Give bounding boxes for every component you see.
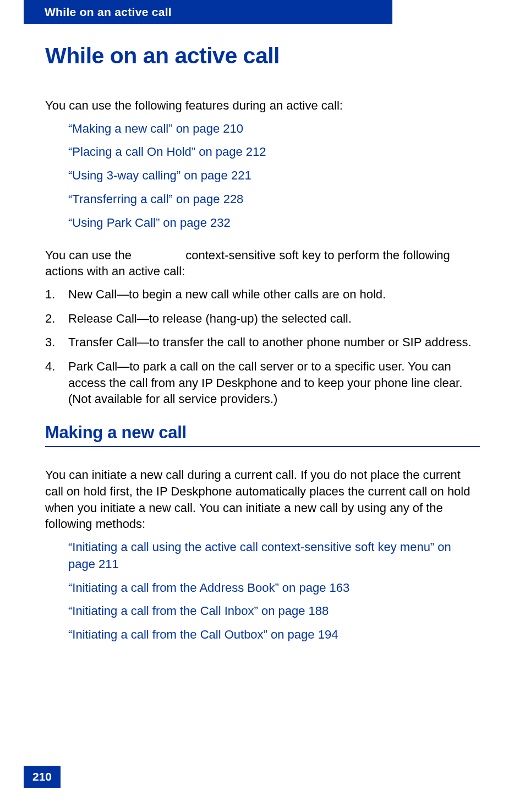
page-header: While on an active call <box>24 0 392 24</box>
running-header-text: While on an active call <box>45 6 172 18</box>
action-item-new-call: New Call—to begin a new call while other… <box>45 286 480 303</box>
method-links-list: “Initiating a call using the active call… <box>45 539 480 644</box>
list-item: “Using 3-way calling” on page 221 <box>68 167 480 184</box>
action-item-release-call: Release Call—to release (hang-up) the se… <box>45 310 480 327</box>
actions-list: New Call—to begin a new call while other… <box>45 286 480 407</box>
section-body: You can initiate a new call during a cur… <box>45 467 480 532</box>
softkey-paragraph: You can use the context-sensitive soft k… <box>45 247 480 280</box>
softkey-text-part1: You can use the <box>45 248 135 262</box>
list-item: “Making a new call” on page 210 <box>68 121 480 138</box>
list-item: “Initiating a call from the Call Outbox”… <box>68 626 480 644</box>
chapter-title: While on an active call <box>45 43 480 69</box>
link-3way-calling[interactable]: “Using 3-way calling” on page 221 <box>68 168 251 182</box>
list-item: “Initiating a call using the active call… <box>68 539 480 573</box>
section-title: Making a new call <box>45 423 480 447</box>
intro-paragraph: You can use the following features durin… <box>45 97 480 114</box>
link-transferring-call[interactable]: “Transferring a call” on page 228 <box>68 192 243 206</box>
link-placing-on-hold[interactable]: “Placing a call On Hold” on page 212 <box>68 145 266 159</box>
list-item: “Using Park Call” on page 232 <box>68 215 480 232</box>
action-item-park-call: Park Call—to park a call on the call ser… <box>45 358 480 407</box>
page-number: 210 <box>24 766 61 788</box>
link-initiate-call-outbox[interactable]: “Initiating a call from the Call Outbox”… <box>68 628 338 641</box>
link-initiate-softkey-menu[interactable]: “Initiating a call using the active call… <box>68 540 451 571</box>
feature-links-list: “Making a new call” on page 210 “Placing… <box>45 121 480 232</box>
link-initiate-address-book[interactable]: “Initiating a call from the Address Book… <box>68 581 349 595</box>
document-page: While on an active call While on an acti… <box>0 0 525 812</box>
action-item-transfer-call: Transfer Call—to transfer the call to an… <box>45 334 480 351</box>
list-item: “Transferring a call” on page 228 <box>68 191 480 208</box>
page-content: While on an active call You can use the … <box>0 24 525 644</box>
list-item: “Initiating a call from the Address Book… <box>68 580 480 597</box>
link-making-new-call[interactable]: “Making a new call” on page 210 <box>68 122 243 135</box>
link-initiate-call-inbox[interactable]: “Initiating a call from the Call Inbox” … <box>68 604 329 618</box>
list-item: “Initiating a call from the Call Inbox” … <box>68 603 480 620</box>
link-park-call[interactable]: “Using Park Call” on page 232 <box>68 216 231 230</box>
page-footer: 210 <box>24 766 61 788</box>
list-item: “Placing a call On Hold” on page 212 <box>68 144 480 161</box>
